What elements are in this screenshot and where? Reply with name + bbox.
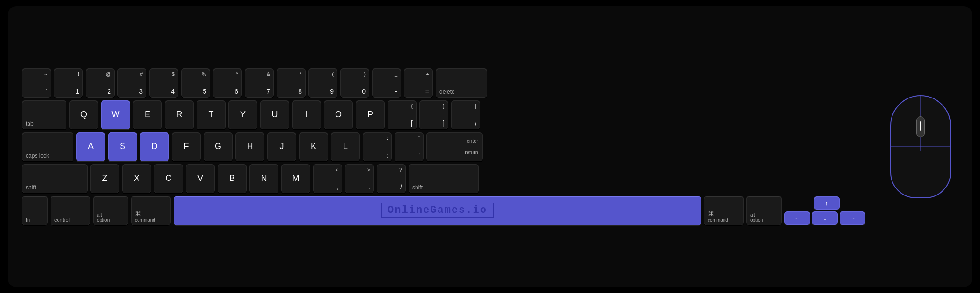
- key-caps-lock[interactable]: caps lock: [22, 132, 73, 161]
- key-f[interactable]: F: [172, 132, 201, 161]
- key-8[interactable]: * 8: [277, 68, 306, 98]
- zxcv-row: shift Z X C V B N M < , > . ? / shift: [22, 164, 869, 193]
- mouse: [883, 86, 958, 208]
- key-o[interactable]: O: [324, 100, 353, 129]
- key-6[interactable]: ^ 6: [213, 68, 242, 98]
- key-period[interactable]: > .: [345, 164, 374, 193]
- key-h[interactable]: H: [235, 132, 264, 161]
- key-alt-right[interactable]: alt option: [746, 196, 782, 225]
- key-minus[interactable]: _ -: [372, 68, 401, 98]
- spacebar-logo: OnlineGames.io: [381, 203, 494, 218]
- key-ctrl[interactable]: control: [51, 196, 90, 225]
- arrow-top-row: ↑: [784, 196, 869, 210]
- key-cmd-left[interactable]: ⌘ command: [131, 196, 171, 225]
- key-tilde-bot: `: [45, 88, 47, 95]
- right-arrow-icon: →: [849, 214, 856, 222]
- key-tab[interactable]: tab: [22, 100, 66, 129]
- key-lbracket[interactable]: { [: [388, 100, 417, 129]
- keyboard: ~ ` ! 1 @ 2 # 3 $ 4 % 5: [22, 68, 869, 225]
- key-comma[interactable]: < ,: [313, 164, 342, 193]
- key-enter[interactable]: enter return: [426, 132, 483, 161]
- key-equals[interactable]: + =: [404, 68, 433, 98]
- alt-right-bot: option: [750, 218, 763, 223]
- key-rbracket[interactable]: } ]: [419, 100, 448, 129]
- key-2[interactable]: @ 2: [86, 68, 115, 98]
- key-y[interactable]: Y: [228, 100, 257, 129]
- key-1[interactable]: ! 1: [54, 68, 83, 98]
- key-semicolon[interactable]: : ;: [363, 132, 392, 161]
- fn-label: fn: [26, 217, 30, 223]
- key-l[interactable]: L: [331, 132, 360, 161]
- key-x[interactable]: X: [122, 164, 151, 193]
- key-3[interactable]: # 3: [117, 68, 146, 98]
- keyboard-container: ~ ` ! 1 @ 2 # 3 $ 4 % 5: [8, 6, 972, 287]
- key-5[interactable]: % 5: [181, 68, 210, 98]
- key-arrow-down[interactable]: ↓: [812, 211, 838, 225]
- key-b[interactable]: B: [218, 164, 247, 193]
- mouse-body: [890, 95, 951, 198]
- shift-right-label: shift: [412, 184, 423, 191]
- key-quote[interactable]: " ': [395, 132, 424, 161]
- key-shift-left[interactable]: shift: [22, 164, 88, 193]
- key-j[interactable]: J: [267, 132, 296, 161]
- key-e[interactable]: E: [133, 100, 162, 129]
- up-arrow-icon: ↑: [825, 199, 828, 207]
- key-u[interactable]: U: [260, 100, 289, 129]
- key-m[interactable]: M: [281, 164, 310, 193]
- delete-label: delete: [439, 89, 455, 95]
- cmd-left-top: ⌘: [135, 210, 141, 218]
- key-tilde-top: ~: [44, 71, 47, 77]
- key-k[interactable]: K: [299, 132, 328, 161]
- key-backslash[interactable]: | \: [451, 100, 480, 129]
- mouse-scroll-wheel: [916, 116, 925, 137]
- key-r[interactable]: R: [165, 100, 194, 129]
- key-space[interactable]: OnlineGames.io: [174, 196, 701, 225]
- left-arrow-icon: ←: [794, 214, 801, 222]
- asdf-row: caps lock A S D F G H J K L : ; " ' ente…: [22, 132, 869, 161]
- alt-right-top: alt: [750, 212, 755, 218]
- key-w[interactable]: W: [101, 100, 130, 129]
- enter-label-top: enter: [467, 138, 478, 143]
- caps-label: caps lock: [26, 152, 49, 159]
- arrow-bot-row: ← ↓ →: [784, 211, 869, 225]
- key-s[interactable]: S: [108, 132, 137, 161]
- key-alt-left[interactable]: alt option: [93, 196, 128, 225]
- key-arrow-left[interactable]: ←: [784, 211, 810, 225]
- alt-left-top: alt: [97, 212, 102, 218]
- key-g[interactable]: G: [204, 132, 233, 161]
- key-arrow-up[interactable]: ↑: [814, 196, 840, 210]
- cmd-right-top: ⌘: [708, 210, 714, 218]
- key-i[interactable]: I: [292, 100, 321, 129]
- key-delete[interactable]: delete: [436, 68, 487, 98]
- mouse-horizontal-line: [891, 146, 950, 147]
- enter-label-bot: return: [465, 150, 478, 155]
- key-9[interactable]: ( 9: [308, 68, 337, 98]
- down-arrow-icon: ↓: [823, 214, 826, 222]
- key-fn[interactable]: fn: [22, 196, 48, 225]
- ctrl-label: control: [54, 217, 70, 223]
- number-row: ~ ` ! 1 @ 2 # 3 $ 4 % 5: [22, 68, 869, 98]
- tab-label: tab: [26, 120, 34, 127]
- qwerty-row: tab Q W E R T Y U I O P { [ } ] | \: [22, 100, 869, 129]
- key-d[interactable]: D: [140, 132, 169, 161]
- key-v[interactable]: V: [186, 164, 215, 193]
- alt-left-bot: option: [97, 218, 110, 223]
- key-c[interactable]: C: [154, 164, 183, 193]
- key-slash[interactable]: ? /: [377, 164, 406, 193]
- key-z[interactable]: Z: [90, 164, 119, 193]
- key-a[interactable]: A: [76, 132, 105, 161]
- key-shift-right[interactable]: shift: [409, 164, 479, 193]
- scroll-indicator: [920, 121, 921, 131]
- key-7[interactable]: & 7: [245, 68, 274, 98]
- key-q[interactable]: Q: [69, 100, 98, 129]
- bottom-row: fn control alt option ⌘ command OnlineGa…: [22, 196, 869, 225]
- key-tilde[interactable]: ~ `: [22, 68, 51, 98]
- key-4[interactable]: $ 4: [149, 68, 178, 98]
- key-n[interactable]: N: [249, 164, 278, 193]
- shift-left-label: shift: [26, 184, 36, 191]
- key-arrow-right[interactable]: →: [840, 211, 865, 225]
- key-0[interactable]: ) 0: [340, 68, 369, 98]
- key-p[interactable]: P: [356, 100, 385, 129]
- key-cmd-right[interactable]: ⌘ command: [704, 196, 744, 225]
- key-t[interactable]: T: [197, 100, 226, 129]
